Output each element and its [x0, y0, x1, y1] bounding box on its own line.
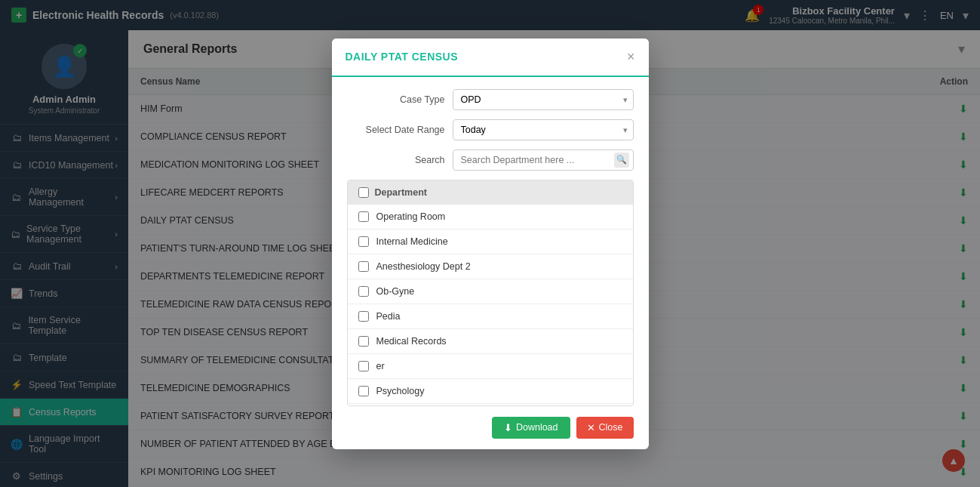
search-input[interactable] [453, 149, 634, 171]
daily-ptat-modal: DAILY PTAT CENSUS × Case Type OPD IPD ER… [332, 39, 649, 449]
department-list-container: Department Operating Room Internal Medic… [347, 180, 634, 406]
dept-checkbox[interactable] [358, 386, 369, 396]
download-button[interactable]: ⬇ Download [492, 417, 570, 439]
dept-name: Ob-Gyne [376, 286, 415, 297]
modal-close-button[interactable]: × [627, 49, 635, 65]
dept-name: Medical Records [376, 336, 447, 347]
dept-checkbox[interactable] [358, 286, 369, 297]
dept-name: Pedia [376, 311, 401, 322]
download-icon: ⬇ [504, 422, 512, 433]
dept-name: er [376, 361, 385, 371]
department-item[interactable]: er [348, 354, 633, 379]
department-item[interactable]: Medical Records [348, 329, 633, 354]
date-range-select[interactable]: Today This Week This Month Custom [453, 119, 634, 140]
case-type-select-wrapper: OPD IPD ER ▾ [453, 89, 634, 110]
search-label: Search [347, 155, 445, 165]
department-item[interactable]: Anesthesiology Dept 2 [348, 254, 633, 279]
close-footer-button[interactable]: ✕ Close [576, 417, 634, 439]
modal-body: Case Type OPD IPD ER ▾ Select Date Range… [332, 77, 649, 171]
select-all-checkbox[interactable] [358, 187, 369, 198]
close-x-icon: ✕ [587, 422, 595, 433]
dept-checkbox[interactable] [358, 236, 369, 247]
department-item[interactable]: Ob-Gyne [348, 279, 633, 304]
date-range-label: Select Date Range [347, 125, 445, 135]
close-footer-label: Close [599, 422, 623, 433]
search-row: Search 🔍 [347, 149, 634, 171]
department-item[interactable]: Operating Room [348, 205, 633, 230]
dept-name: Operating Room [376, 211, 446, 222]
modal-overlay: DAILY PTAT CENSUS × Case Type OPD IPD ER… [0, 0, 980, 487]
modal-title: DAILY PTAT CENSUS [346, 51, 459, 63]
modal-footer: ⬇ Download ✕ Close [332, 406, 649, 449]
department-item[interactable]: Pedia [348, 304, 633, 329]
dept-name: Internal Medicine [376, 236, 448, 247]
dept-checkbox[interactable] [358, 211, 369, 222]
department-list: Operating Room Internal Medicine Anesthe… [348, 205, 633, 406]
search-wrapper: 🔍 [453, 149, 634, 171]
department-item[interactable]: Psychology [348, 379, 633, 404]
dept-name: Psychology [376, 386, 425, 396]
department-header-label: Department [375, 187, 427, 198]
case-type-select[interactable]: OPD IPD ER [453, 89, 634, 110]
case-type-label: Case Type [347, 94, 445, 105]
search-button[interactable]: 🔍 [614, 153, 629, 168]
dept-checkbox[interactable] [358, 311, 369, 322]
case-type-row: Case Type OPD IPD ER ▾ [347, 89, 634, 110]
date-range-select-wrapper: Today This Week This Month Custom ▾ [453, 119, 634, 140]
date-range-row: Select Date Range Today This Week This M… [347, 119, 634, 140]
dept-checkbox[interactable] [358, 336, 369, 347]
modal-header: DAILY PTAT CENSUS × [332, 39, 649, 77]
department-item[interactable]: Internal Medicine [348, 230, 633, 254]
department-list-header: Department [348, 180, 633, 205]
download-label: Download [516, 422, 558, 433]
dept-name: Anesthesiology Dept 2 [376, 261, 471, 272]
dept-checkbox[interactable] [358, 261, 369, 272]
dept-checkbox[interactable] [358, 361, 369, 371]
